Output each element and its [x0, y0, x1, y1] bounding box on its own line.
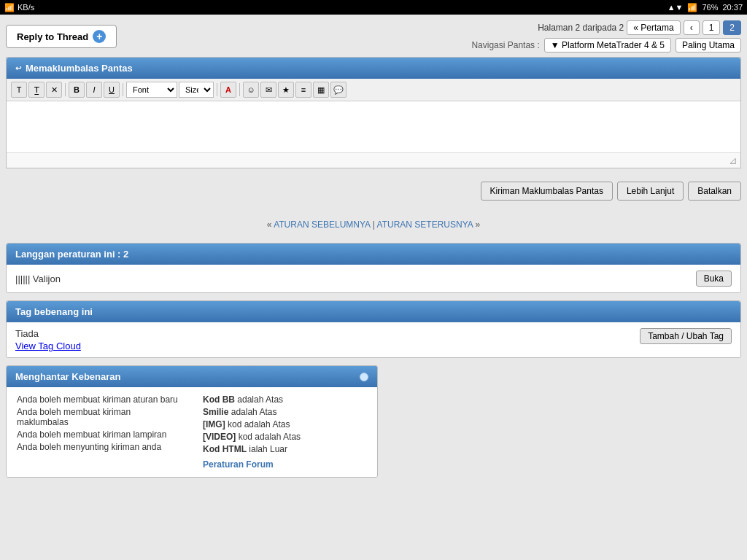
next-rule-link[interactable]: ATURAN SETERUSNYA: [377, 219, 473, 230]
circle-indicator: [360, 373, 368, 381]
network-icon: 📶: [4, 3, 15, 12]
perm-bb-label: Kod BB: [203, 394, 235, 405]
advanced-button[interactable]: Lebih Lanjut: [617, 182, 684, 201]
permissions-header: Menghantar Kebenaran: [7, 366, 377, 387]
font-select[interactable]: Font: [126, 82, 177, 98]
nav-label: Navigasi Pantas :: [471, 40, 539, 50]
editor-resize-handle: ⊿: [7, 152, 740, 168]
tags-header: Tag bebenang ini: [7, 301, 740, 322]
size-select[interactable]: Size: [179, 82, 214, 98]
reply-to-thread-button[interactable]: Reply to Thread +: [6, 25, 117, 48]
prev-page-button[interactable]: ‹: [684, 20, 700, 35]
links-separator: |: [373, 219, 375, 230]
tags-title: Tag bebenang ini: [15, 306, 93, 317]
toolbar-list-btn[interactable]: ≡: [295, 82, 311, 98]
subscription-body: |||||| Valijon Buka: [7, 265, 740, 292]
reply-label: Reply to Thread: [17, 31, 88, 42]
editor-toolbar: T T̲ ✕ B I U Font Size A ☺ ✉ ★ ≡ ▦ 💬: [7, 79, 740, 101]
page-2-button[interactable]: 2: [723, 20, 741, 35]
prev-rule-link[interactable]: ATURAN SEBELUMNYA: [274, 219, 370, 230]
time-label: 20:37: [722, 3, 743, 12]
perm-code-html: Kod HTML ialah Luar: [203, 444, 367, 454]
subscription-header: Langgan peraturan ini : 2: [7, 244, 740, 265]
permissions-title: Menghantar Kebenaran: [15, 371, 120, 382]
status-bar: 📶 KB/s ▲▼ 📶 76% 20:37: [0, 0, 747, 15]
perm-html-value: ialah Luar: [249, 444, 287, 454]
add-tag-btn[interactable]: Tambah / Ubah Tag: [640, 328, 732, 344]
first-page-button[interactable]: « Pertama: [627, 20, 680, 35]
permissions-right-col: Kod BB adalah Atas Smilie adalah Atas [I…: [203, 394, 367, 470]
perm-code-smilie: Smilie adalah Atas: [203, 407, 367, 417]
page-1-button[interactable]: 1: [703, 20, 721, 35]
permissions-section: Menghantar Kebenaran Anda boleh membuat …: [6, 365, 378, 478]
perm-row-1: Anda boleh membuat kiriman aturan baru: [17, 394, 181, 405]
wifi-icon: 📶: [687, 3, 697, 12]
toolbar-separator-2: [123, 83, 123, 96]
toolbar-star-btn[interactable]: ★: [278, 82, 294, 98]
perm-smilie-value: adalah Atas: [231, 407, 277, 417]
tags-section: Tag bebenang ini Tiada View Tag Cloud Ta…: [6, 300, 741, 358]
toolbar-clear-btn[interactable]: ✕: [46, 82, 62, 98]
perm-video-label: [VIDEO]: [203, 432, 236, 442]
perm-html-label: Kod HTML: [203, 444, 247, 454]
links-suffix: »: [476, 219, 481, 230]
permissions-left-col: Anda boleh membuat kiriman aturan baru A…: [17, 394, 181, 470]
reply-arrow-icon: ↩: [15, 64, 21, 72]
perm-code-video: [VIDEO] kod adalah Atas: [203, 432, 367, 442]
perm-smilie-label: Smilie: [203, 407, 228, 417]
toolbar-color-btn[interactable]: A: [220, 82, 236, 98]
toolbar-emoji1-btn[interactable]: ☺: [243, 82, 259, 98]
nav-dropdown-button[interactable]: ▼ Platform MetaTrader 4 & 5: [544, 38, 671, 52]
tags-left: Tiada View Tag Cloud: [15, 328, 81, 351]
page-info: Halaman 2 daripada 2 « Pertama ‹ 1 2: [538, 20, 741, 35]
toolbar-email-btn[interactable]: ✉: [260, 82, 276, 98]
toolbar-bold-btn[interactable]: B: [69, 82, 85, 98]
signal-icon: ▲▼: [667, 3, 684, 12]
view-tag-cloud-link[interactable]: View Tag Cloud: [15, 341, 81, 351]
forum-rules-link[interactable]: Peraturan Forum: [203, 459, 274, 470]
send-reply-button[interactable]: Kiriman Maklumbalas Pantas: [481, 182, 613, 201]
toolbar-separator-3: [217, 83, 217, 96]
cancel-button[interactable]: Batalkan: [688, 182, 741, 201]
toolbar-separator-4: [239, 83, 240, 96]
action-bar: Kiriman Maklumbalas Pantas Lebih Lanjut …: [6, 176, 741, 206]
toolbar-chat-btn[interactable]: 💬: [330, 82, 347, 98]
links-bar: « ATURAN SEBELUMNYA | ATURAN SETERUSNYA …: [6, 214, 741, 236]
last-page-button[interactable]: Paling Utama: [676, 38, 741, 52]
subscription-section: Langgan peraturan ini : 2 |||||| Valijon…: [6, 243, 741, 293]
perm-video-value: kod adalah Atas: [239, 432, 301, 442]
nav-panel: Navigasi Pantas : ▼ Platform MetaTrader …: [471, 38, 741, 52]
reply-section-title: Memaklumbalas Pantas: [26, 63, 133, 74]
editor-section: ↩ Memaklumbalas Pantas T T̲ ✕ B I U Font…: [6, 57, 741, 168]
perm-code-img: [IMG] kod adalah Atas: [203, 419, 367, 429]
battery-label: 76%: [702, 3, 718, 12]
page-info-label: Halaman 2 daripada 2: [538, 23, 624, 33]
links-prefix: «: [267, 219, 272, 230]
permissions-body: Anda boleh membuat kiriman aturan baru A…: [7, 387, 377, 477]
perm-row-2: Anda boleh membuat kiriman maklumbalas: [17, 407, 181, 427]
perm-img-label: [IMG]: [203, 419, 225, 429]
perm-img-value: kod adalah Atas: [228, 419, 290, 429]
pagination-area: Halaman 2 daripada 2 « Pertama ‹ 1 2 Nav…: [471, 20, 741, 52]
perm-row-4: Anda boleh menyunting kiriman anda: [17, 442, 181, 452]
editor-content-area[interactable]: [7, 101, 740, 152]
tags-body: Tiada View Tag Cloud Tambah / Ubah Tag: [7, 322, 740, 357]
no-tags-label: Tiada: [15, 328, 81, 339]
perm-bb-value: adalah Atas: [237, 394, 283, 405]
toolbar-underline-btn[interactable]: U: [104, 82, 120, 98]
perm-code-bb: Kod BB adalah Atas: [203, 394, 367, 405]
subscription-open-btn[interactable]: Buka: [696, 271, 732, 287]
top-bar: Reply to Thread + Halaman 2 daripada 2 «…: [6, 20, 741, 52]
plus-icon: +: [93, 30, 106, 43]
status-bar-right: ▲▼ 📶 76% 20:37: [667, 3, 743, 12]
reply-section-header: ↩ Memaklumbalas Pantas: [7, 58, 740, 79]
toolbar-text-btn[interactable]: T: [11, 82, 27, 98]
toolbar-text2-btn[interactable]: T̲: [28, 82, 44, 98]
toolbar-italic-btn[interactable]: I: [86, 82, 102, 98]
toolbar-separator-1: [65, 83, 66, 96]
toolbar-table-btn[interactable]: ▦: [313, 82, 329, 98]
kb-label: KB/s: [18, 3, 34, 12]
perm-row-3: Anda boleh membuat kiriman lampiran: [17, 429, 181, 440]
subscription-user: |||||| Valijon: [15, 273, 61, 284]
subscription-title: Langgan peraturan ini : 2: [15, 249, 128, 260]
